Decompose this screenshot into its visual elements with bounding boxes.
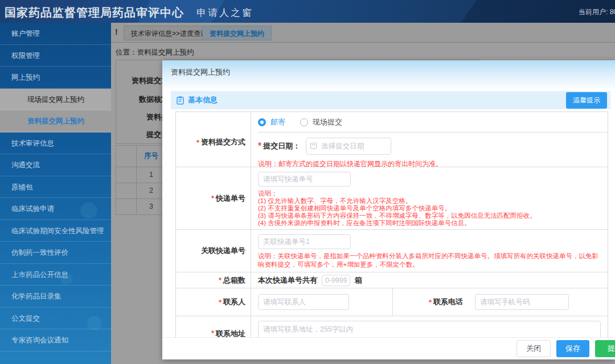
submit-method-radio-group: 邮寄 现场提交 xyxy=(258,112,608,133)
field-label-phone: * 联系电话 xyxy=(392,288,468,316)
field-label-submit-method: * 资料提交方式 xyxy=(176,112,251,172)
clipboard-icon xyxy=(177,96,184,105)
modal-header-gradient xyxy=(162,60,615,90)
contact-phone-input[interactable] xyxy=(475,294,569,310)
basic-info-section-header: 基本信息 温馨提示 xyxy=(171,91,610,109)
current-user-label: 当前用户: 80 xyxy=(579,7,615,17)
field-label-related-tracking: 关联快递单号 xyxy=(176,230,251,272)
sidebar-item-onsite-submit-booking[interactable]: 现场提交网上预约 xyxy=(0,89,111,111)
submit-button[interactable]: 提交 xyxy=(595,340,615,357)
sidebar-item-official-doc-submit[interactable]: 公文提交 xyxy=(0,308,111,330)
contact-name-input[interactable] xyxy=(258,294,349,310)
radio-onsite-label[interactable]: 现场提交 xyxy=(313,117,342,127)
field-label-total-boxes: * 总箱数 xyxy=(176,272,251,288)
sidebar-item-chemical-drug-catalog[interactable]: 化学药品目录集 xyxy=(0,286,111,308)
app-header: 国家药品监督管理局药品审评中心 申请人之窗 当前用户: 80 xyxy=(0,0,615,23)
booking-form: * 资料提交方式 邮寄 现场提交 * 提交日期： xyxy=(175,111,608,359)
field-label-submit-date: 提交日期： xyxy=(263,141,300,151)
tracking-number-input[interactable] xyxy=(258,172,351,187)
section-title: 基本信息 xyxy=(188,95,218,105)
modal-footer: 关闭 保存 提交 xyxy=(162,337,615,359)
radio-onsite[interactable] xyxy=(300,118,308,126)
sidebar-item-material-submit-booking[interactable]: 资料提交网上预约 xyxy=(0,110,111,133)
field-label-contact: * 联系人 xyxy=(176,288,251,316)
sidebar-item-communication[interactable]: 沟通交流 xyxy=(0,154,111,176)
save-button[interactable]: 保存 xyxy=(556,340,589,357)
material-submit-booking-dialog: 资料提交网上预约 基本信息 温馨提示 * 资料提交方式 邮寄 现场提交 xyxy=(162,60,615,359)
close-button[interactable]: 关闭 xyxy=(516,340,551,357)
sidebar-item-tech-review-info[interactable]: 技术审评信息 xyxy=(0,133,111,155)
sidebar-item-permissions[interactable]: 权限管理 xyxy=(0,45,111,67)
site-title: 国家药品监督管理局药品审评中心 xyxy=(5,5,184,20)
total-boxes-suffix: 箱 xyxy=(355,275,362,286)
sidebar-nav: 账户管理 权限管理 网上预约 现场提交网上预约 资料提交网上预约 技术审评信息 … xyxy=(0,23,111,364)
total-boxes-prefix: 本次快递单号共有 xyxy=(258,275,317,286)
related-tracking-note: 说明：关联快递单号，是指如果一个品种资料分装入多箱所对应的不同快递单号。须填写所… xyxy=(258,252,608,269)
sidebar-item-raw-materials[interactable]: 原辅包 xyxy=(0,176,111,198)
submit-date-input[interactable] xyxy=(306,138,391,155)
radio-mail-label[interactable]: 邮寄 xyxy=(270,117,285,127)
tracking-number-notes: 说明： (1) 仅允许输入数字、字母，不允许输入汉字及空格。 (2) 不支持重复… xyxy=(258,190,608,227)
calendar-icon xyxy=(310,143,317,149)
total-boxes-input[interactable] xyxy=(322,275,350,286)
related-tracking-input[interactable] xyxy=(258,234,351,249)
warm-tip-button[interactable]: 温馨提示 xyxy=(566,92,607,109)
radio-mail-selected[interactable] xyxy=(258,118,266,126)
sidebar-item-account[interactable]: 账户管理 xyxy=(0,23,111,45)
modal-title: 资料提交网上预约 xyxy=(171,67,230,77)
sidebar-item-online-booking[interactable]: 网上预约 xyxy=(0,67,111,89)
sidebar-item-clinical-trial-apply[interactable]: 临床试验申请 xyxy=(0,198,111,220)
sidebar-item-clinical-safety-risk[interactable]: 临床试验期间安全性风险管理 xyxy=(0,220,111,242)
field-label-tracking-number: * 快递单号 xyxy=(176,167,251,229)
sidebar-item-expert-meeting-notice[interactable]: 专家咨询会议通知 xyxy=(0,329,111,351)
sidebar-item-generic-consistency[interactable]: 仿制药一致性评价 xyxy=(0,242,111,264)
sidebar-item-marketed-drug-info[interactable]: 上市药品公开信息 xyxy=(0,264,111,286)
portal-subtitle: 申请人之窗 xyxy=(196,6,253,19)
